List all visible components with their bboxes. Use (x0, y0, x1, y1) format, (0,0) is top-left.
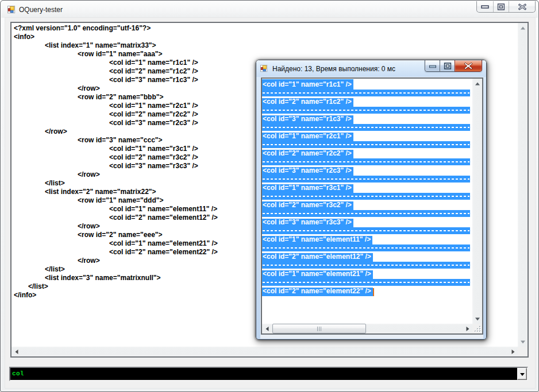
result-item-separator (262, 210, 470, 218)
result-item-separator (262, 244, 470, 252)
result-item[interactable]: <col id="2" name="r1c2" /> (262, 96, 472, 114)
arrow-left-icon (265, 327, 268, 331)
dialog-minimize-button[interactable] (425, 60, 440, 72)
result-item[interactable]: <col id="2" name="element22" /> (262, 286, 472, 303)
xml-editor-scroll-corner (518, 347, 528, 356)
result-item-separator (262, 262, 470, 269)
result-item[interactable]: <col id="3" name="r1c3" /> (262, 114, 472, 131)
dialog-caption-buttons (425, 60, 482, 72)
dialog-maximize-button[interactable] (440, 60, 455, 72)
result-dialog-title: Найдено: 13, Время выполнения: 0 мс (272, 65, 395, 73)
result-item[interactable]: <col id="2" name="element12" /> (262, 251, 472, 269)
minimize-button[interactable] (477, 1, 493, 12)
close-button[interactable] (509, 1, 536, 12)
maximize-button[interactable] (493, 1, 509, 12)
result-item-text: <col id="2" name="r2c2" /> (262, 148, 353, 158)
arrow-down-icon (475, 317, 480, 320)
dialog-close-icon (464, 62, 473, 69)
horizontal-scroll-thumb[interactable] (272, 324, 366, 333)
query-combobox[interactable]: col (9, 367, 528, 381)
scroll-left-button[interactable] (262, 324, 272, 333)
xml-line: <?xml version="1.0" encoding="utf-16"?> (14, 24, 518, 33)
main-caption-buttons (476, 1, 536, 13)
scroll-left-button[interactable] (11, 347, 21, 356)
xml-editor-vertical-scrollbar[interactable] (518, 23, 528, 347)
query-combobox-value[interactable]: col (12, 368, 24, 380)
result-dialog-titlebar[interactable]: Найдено: 13, Время выполнения: 0 мс (256, 60, 486, 77)
result-dialog-client: <col id="1" name="r1c1" /><col id="2" na… (260, 77, 483, 339)
main-window-title: OQuery-tester (19, 6, 63, 14)
result-item-separator (262, 176, 470, 183)
main-titlebar[interactable]: OQuery-tester (1, 1, 538, 18)
scroll-up-button[interactable] (472, 79, 482, 88)
dialog-close-button[interactable] (455, 60, 482, 72)
arrow-down-icon (521, 340, 525, 343)
xml-line: <row id="1" name="aaa"> (14, 50, 518, 59)
scroll-thumb-grip-icon (317, 327, 322, 331)
result-item-text: <col id="2" name="element12" /> (262, 251, 373, 262)
xml-editor-horizontal-scrollbar[interactable] (11, 347, 518, 356)
arrow-right-icon (511, 350, 514, 354)
result-item-text: <col id="1" name="r3c1" /> (262, 183, 353, 193)
screen: OQuery-tester (0, 0, 539, 392)
arrow-right-icon (466, 327, 469, 331)
xml-line: <info> (14, 33, 518, 41)
text-caret (373, 288, 374, 296)
result-item-separator (262, 141, 470, 149)
result-item[interactable]: <col id="3" name="r3c3" /> (262, 217, 472, 234)
result-item-separator (262, 124, 470, 131)
arrow-up-icon (521, 26, 525, 29)
results-list[interactable]: <col id="1" name="r1c1" /><col id="2" na… (262, 79, 472, 324)
result-item[interactable]: <col id="2" name="r2c2" /> (262, 148, 472, 165)
close-icon (518, 3, 526, 10)
result-item-text: <col id="1" name="element11" /> (262, 234, 372, 244)
result-item[interactable]: <col id="1" name="r2c1" /> (262, 131, 472, 148)
maximize-icon (498, 3, 505, 10)
query-combobox-dropdown-button[interactable] (517, 368, 527, 380)
result-item-text: <col id="2" name="element22" /> (262, 286, 373, 296)
results-scroll-corner (472, 324, 482, 333)
result-item-text: <col id="1" name="element21" /> (262, 269, 373, 279)
result-item[interactable]: <col id="2" name="r3c2" /> (262, 200, 472, 217)
result-item-text: <col id="3" name="r1c3" /> (262, 114, 353, 124)
arrow-left-icon (15, 350, 18, 354)
results-vertical-scrollbar[interactable] (472, 79, 482, 324)
result-dialog: Найдено: 13, Время выполнения: 0 мс (256, 60, 487, 340)
chevron-down-icon (520, 373, 525, 376)
dialog-app-icon (260, 65, 268, 72)
scroll-right-button[interactable] (508, 347, 518, 356)
resize-grip-icon[interactable] (474, 325, 481, 332)
result-item[interactable]: <col id="1" name="element21" /> (262, 269, 472, 286)
scroll-right-button[interactable] (463, 324, 472, 333)
result-item-separator (262, 107, 470, 114)
scroll-up-button[interactable] (518, 23, 528, 33)
result-item[interactable]: <col id="1" name="r3c1" /> (262, 183, 472, 200)
result-item[interactable]: <col id="1" name="r1c1" /> (262, 79, 472, 96)
result-item-separator (262, 158, 470, 166)
xml-line: <list index="1" name="matrix33"> (14, 41, 518, 50)
result-item-separator (262, 279, 470, 286)
results-horizontal-scrollbar[interactable] (262, 324, 472, 333)
scroll-down-button[interactable] (472, 314, 482, 324)
result-item-text: <col id="2" name="r3c2" /> (262, 200, 353, 210)
result-item-text: <col id="1" name="r1c1" /> (262, 79, 353, 90)
result-item[interactable]: <col id="3" name="r2c3" /> (262, 165, 472, 183)
scroll-down-button[interactable] (518, 337, 528, 347)
result-item-separator (262, 90, 470, 97)
minimize-icon (481, 5, 489, 9)
dialog-minimize-icon (429, 65, 436, 68)
dialog-maximize-icon (444, 63, 451, 69)
result-item-text: <col id="1" name="r2c1" /> (262, 131, 353, 141)
app-icon (7, 6, 16, 14)
result-item-text: <col id="3" name="r2c3" /> (262, 165, 353, 176)
result-item-text: <col id="2" name="r1c2" /> (262, 96, 353, 107)
arrow-up-icon (475, 82, 480, 85)
result-item[interactable]: <col id="1" name="element11" /> (262, 234, 472, 251)
result-item-separator (262, 227, 470, 235)
results-listbox: <col id="1" name="r1c1" /><col id="2" na… (261, 77, 483, 335)
result-item-text: <col id="3" name="r3c3" /> (262, 217, 353, 227)
result-item-separator (262, 193, 470, 200)
